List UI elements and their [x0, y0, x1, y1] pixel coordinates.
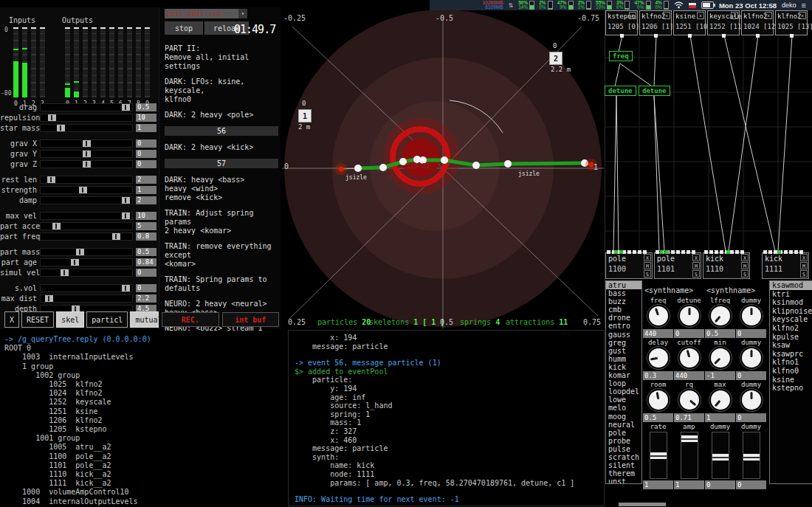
knob[interactable] [711, 390, 730, 410]
node-output-connector[interactable] [688, 34, 692, 38]
param-slider[interactable] [40, 248, 133, 256]
fader[interactable] [681, 432, 698, 479]
synth-list-item[interactable]: loop [606, 379, 641, 387]
mode-button[interactable]: particl [86, 311, 128, 328]
lfo-list-item[interactable]: klfno1 [770, 358, 812, 367]
param-slider-handle[interactable] [122, 213, 130, 219]
solo-button[interactable]: S [644, 270, 651, 277]
param-value[interactable]: 10 [136, 114, 156, 122]
active-connector[interactable] [665, 250, 669, 254]
node-output-connector[interactable] [756, 34, 760, 38]
param-value[interactable]: 0 [136, 269, 156, 277]
synth-list-item[interactable]: gauss [606, 331, 641, 339]
mode-button[interactable]: X [4, 311, 19, 328]
event-log-terminal[interactable]: x: 194 message: particle -> event 56, me… [288, 330, 605, 506]
tag-detune-1[interactable]: detune [605, 86, 636, 96]
x-button[interactable]: X [644, 254, 651, 261]
synth-list-item[interactable]: humm [606, 355, 641, 363]
score-file-name[interactable]: poll_2017.scd [165, 10, 238, 18]
synth-list-item[interactable]: drone [606, 314, 641, 322]
knob[interactable] [680, 306, 699, 325]
control-value[interactable]: 1 [705, 413, 735, 422]
synth-list-item[interactable]: entro [606, 322, 641, 330]
x-button[interactable]: X [741, 254, 749, 261]
node-tree-terminal[interactable]: -> /g_queryTree.reply (0.0.0.0:0) ROOT 0… [0, 332, 287, 507]
param-slider[interactable] [40, 212, 133, 220]
control-value[interactable]: 440 [643, 329, 673, 338]
param-value[interactable]: 1 [136, 186, 156, 194]
unit-node-box[interactable]: kick 1110 X M S [703, 252, 750, 279]
control-value[interactable]: 0.71 [674, 413, 704, 422]
x-button[interactable]: X [692, 254, 700, 261]
param-slider[interactable] [40, 258, 133, 266]
param-value[interactable]: 2.2 [136, 294, 156, 303]
control-value[interactable]: 1 [643, 480, 673, 489]
knob[interactable] [742, 390, 761, 410]
param-value[interactable]: 0 [136, 150, 156, 158]
param-slider-handle[interactable] [122, 104, 130, 111]
unit-node-box[interactable]: pole 1101 X M S [654, 252, 701, 279]
synth-list-item[interactable]: neural [606, 421, 641, 429]
lfo-list-item[interactable]: klfno2 [770, 324, 812, 333]
source-node-box[interactable]: ksine 1251 [10] x [673, 10, 706, 35]
synth-list-item[interactable]: greg [606, 339, 641, 347]
param-value[interactable]: 0 [136, 160, 156, 168]
source-node-box[interactable]: keyscale 1252 [11] x [707, 10, 740, 35]
source-node-box[interactable]: klfno2 1206 [1] x [639, 10, 672, 35]
param-slider[interactable] [40, 150, 133, 158]
fader-handle[interactable] [681, 435, 698, 442]
record-button[interactable]: REC. [162, 312, 219, 327]
lfo-list-item[interactable]: kpulse [770, 333, 812, 342]
node-input-connectors[interactable] [704, 250, 744, 254]
fader[interactable] [743, 432, 760, 479]
synth-list-item[interactable]: silent [606, 461, 641, 469]
param-slider[interactable] [40, 186, 133, 194]
lfo-list-item[interactable]: ktri [770, 290, 812, 299]
param-slider[interactable] [40, 196, 133, 204]
control-value[interactable]: 0 [705, 480, 735, 489]
source-node-box[interactable]: klfno2 1025 [13] x [775, 10, 808, 35]
lfo-list-item[interactable]: kstepno [770, 384, 812, 393]
control-value[interactable]: 0 [736, 371, 766, 380]
param-slider-handle[interactable] [57, 125, 65, 131]
fader[interactable] [712, 432, 729, 479]
node-input-connectors[interactable] [763, 250, 803, 254]
solo-button[interactable]: S [741, 270, 749, 277]
param-slider-handle[interactable] [83, 151, 91, 157]
active-connector[interactable] [619, 250, 623, 254]
close-icon[interactable]: x [663, 12, 670, 19]
synth-list-item[interactable]: kick [606, 363, 641, 371]
synth-list-item[interactable]: komar [606, 371, 641, 379]
control-value[interactable]: 440 [674, 371, 704, 380]
tag-freq[interactable]: freq [609, 51, 633, 61]
node-output-connector[interactable] [790, 34, 794, 38]
param-slider[interactable] [40, 103, 133, 111]
unit-node-box[interactable]: kick 1111 X M S [762, 252, 809, 279]
lfo-list-item[interactable]: ksawprc [770, 350, 812, 359]
param-slider-handle[interactable] [122, 197, 130, 204]
source-node-box[interactable]: klfno2 1024 [12] x [741, 10, 774, 35]
param-value[interactable]: 5 [136, 222, 156, 230]
param-slider-handle[interactable] [83, 140, 91, 147]
synth-list-item[interactable]: atru [606, 281, 641, 289]
knob[interactable] [711, 306, 730, 325]
synth-list-item[interactable]: lowe [606, 396, 641, 404]
param-value[interactable]: 0 [136, 284, 156, 292]
param-slider-handle[interactable] [79, 187, 87, 193]
param-value[interactable]: 0.5 [136, 103, 156, 111]
param-slider[interactable] [40, 160, 133, 168]
knob[interactable] [649, 348, 668, 368]
lfo-list-item[interactable]: ksaw [770, 341, 812, 350]
param-slider-handle[interactable] [48, 114, 56, 121]
param-slider-handle[interactable] [61, 269, 69, 276]
close-icon[interactable]: x [799, 12, 806, 19]
synth-list-item[interactable]: scratch [606, 453, 641, 461]
lfo-list-item[interactable]: klipnoise [770, 307, 812, 316]
param-slider-handle[interactable] [47, 176, 55, 183]
solo-button[interactable]: S [800, 270, 808, 277]
param-value[interactable]: 0.5 [136, 248, 156, 256]
param-slider-handle[interactable] [52, 223, 61, 230]
mode-button[interactable]: skel [56, 311, 84, 328]
knob[interactable] [680, 348, 699, 368]
node-output-connector[interactable] [654, 34, 658, 38]
